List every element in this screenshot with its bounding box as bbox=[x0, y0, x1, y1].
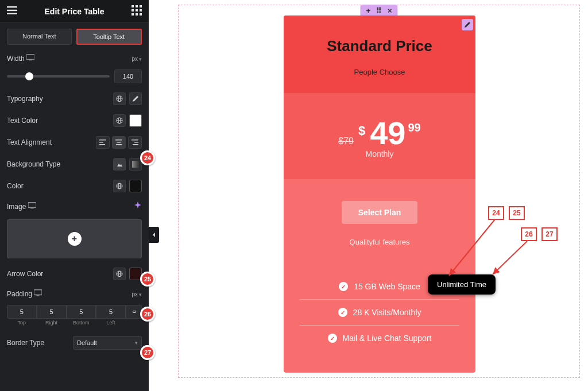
text-tabs: Normal Text Tooltip Text bbox=[0, 23, 149, 49]
svg-rect-28 bbox=[133, 144, 138, 145]
tooltip: Unlimited Time bbox=[428, 274, 496, 295]
border-type-select[interactable]: Default▾ bbox=[73, 336, 142, 350]
svg-rect-20 bbox=[99, 140, 106, 141]
border-type-value: Default bbox=[77, 339, 97, 346]
border-type-row: Border Type Default▾ bbox=[0, 331, 149, 354]
add-icon[interactable]: + bbox=[366, 7, 370, 14]
legend-25: 25 bbox=[509, 206, 525, 220]
legend-27: 27 bbox=[541, 227, 558, 241]
padding-label: Padding bbox=[7, 290, 32, 298]
legend-24: 24 bbox=[488, 206, 504, 220]
price-period: Monthly bbox=[365, 149, 393, 158]
sidebar-collapse-button[interactable] bbox=[149, 227, 159, 243]
align-center-button[interactable] bbox=[112, 136, 126, 149]
width-value-input[interactable] bbox=[114, 69, 142, 83]
align-left-button[interactable] bbox=[96, 136, 110, 149]
close-icon[interactable]: × bbox=[388, 7, 392, 14]
arrow-color-label: Arrow Color bbox=[7, 270, 43, 278]
padding-inputs: Top Right Bottom Left bbox=[0, 303, 149, 326]
width-row: Width px▾ bbox=[0, 49, 149, 67]
feature-item: ✓28 K Visits/Monthly bbox=[300, 300, 459, 326]
link-values-button[interactable] bbox=[126, 305, 142, 319]
globe-icon[interactable] bbox=[113, 114, 126, 127]
svg-rect-38 bbox=[34, 290, 42, 295]
hamburger-icon[interactable] bbox=[7, 5, 17, 17]
check-icon: ✓ bbox=[339, 282, 348, 291]
align-right-button[interactable] bbox=[128, 136, 142, 149]
responsive-icon[interactable] bbox=[28, 203, 36, 211]
sidebar-header: Edit Price Table bbox=[0, 0, 149, 23]
globe-icon[interactable] bbox=[113, 180, 126, 192]
tab-normal-text[interactable]: Normal Text bbox=[7, 29, 72, 45]
svg-rect-12 bbox=[26, 55, 34, 60]
drag-icon[interactable]: ⠿ bbox=[376, 7, 382, 14]
widget-toolbar[interactable]: + ⠿ × bbox=[360, 5, 397, 16]
callout-badge-27: 27 bbox=[140, 345, 155, 360]
svg-rect-3 bbox=[131, 5, 134, 7]
svg-rect-34 bbox=[30, 208, 33, 209]
price-body: $79 $ 49 99 Monthly bbox=[284, 93, 475, 179]
price-title: Standard Price bbox=[284, 37, 475, 55]
svg-rect-22 bbox=[99, 144, 105, 145]
price-subtitle: People Choose bbox=[284, 68, 475, 76]
price-amount: 49 bbox=[370, 114, 405, 152]
color-swatch[interactable] bbox=[129, 114, 142, 127]
edit-pencil-button[interactable] bbox=[462, 19, 473, 30]
price-card: Standard Price People Choose $79 $ 49 99… bbox=[284, 16, 475, 373]
padding-right-input[interactable] bbox=[37, 305, 67, 319]
editor-sidebar: Edit Price Table Normal Text Tooltip Tex… bbox=[0, 0, 149, 391]
padding-left-label: Left bbox=[107, 320, 115, 326]
pencil-icon[interactable] bbox=[129, 92, 142, 105]
width-label: Width bbox=[7, 55, 25, 63]
border-type-label: Border Type bbox=[7, 339, 44, 347]
callout-badge-24: 24 bbox=[140, 150, 155, 165]
color-swatch[interactable] bbox=[129, 180, 142, 192]
svg-rect-7 bbox=[136, 9, 138, 11]
text-align-label: Text Alignment bbox=[7, 138, 52, 146]
tab-tooltip-text[interactable]: Tooltip Text bbox=[76, 29, 142, 45]
select-plan-button[interactable]: Select Plan bbox=[342, 201, 417, 224]
chevron-down-icon: ▾ bbox=[139, 56, 142, 62]
bg-type-row: Background Type bbox=[0, 153, 149, 175]
svg-rect-13 bbox=[29, 60, 32, 61]
text-align-row: Text Alignment bbox=[0, 131, 149, 153]
preview-canvas: + ⠿ × Standard Price People Choose $79 $… bbox=[178, 5, 580, 378]
svg-rect-39 bbox=[37, 295, 40, 296]
chevron-down-icon: ▾ bbox=[139, 292, 142, 297]
width-slider-row bbox=[0, 67, 149, 88]
padding-row: Padding px▾ bbox=[0, 285, 149, 303]
responsive-icon[interactable] bbox=[26, 55, 34, 63]
svg-rect-29 bbox=[132, 161, 139, 168]
typography-row: Typography bbox=[0, 88, 149, 110]
price-cents: 99 bbox=[408, 121, 421, 134]
callout-badge-25: 25 bbox=[140, 272, 155, 287]
width-slider[interactable] bbox=[7, 75, 110, 78]
image-row: Image bbox=[0, 197, 149, 216]
bg-classic-button[interactable] bbox=[113, 158, 126, 171]
width-unit[interactable]: px bbox=[131, 56, 138, 62]
svg-rect-9 bbox=[131, 13, 134, 16]
typography-label: Typography bbox=[7, 95, 43, 103]
check-icon: ✓ bbox=[338, 308, 347, 317]
padding-unit[interactable]: px bbox=[131, 291, 138, 297]
arrow-color-row: Arrow Color bbox=[0, 263, 149, 285]
svg-rect-5 bbox=[140, 5, 142, 7]
padding-bottom-input[interactable] bbox=[67, 305, 96, 319]
apps-grid-icon[interactable] bbox=[131, 5, 142, 17]
svg-rect-26 bbox=[131, 140, 138, 141]
globe-icon[interactable] bbox=[113, 268, 126, 280]
bg-type-label: Background Type bbox=[7, 160, 60, 168]
svg-rect-1 bbox=[7, 10, 17, 11]
currency: $ bbox=[358, 123, 365, 138]
ai-sparkle-icon[interactable] bbox=[134, 202, 142, 211]
feature-item: ✓Mail & Live Chat Support bbox=[300, 326, 459, 351]
image-upload-well[interactable]: + bbox=[7, 219, 142, 258]
padding-top-input[interactable] bbox=[7, 305, 37, 319]
globe-icon[interactable] bbox=[113, 92, 126, 105]
color-label: Color bbox=[7, 182, 24, 190]
old-price: $79 bbox=[338, 136, 354, 146]
responsive-icon[interactable] bbox=[34, 290, 42, 298]
padding-left-input[interactable] bbox=[96, 305, 126, 319]
svg-rect-24 bbox=[117, 142, 121, 143]
svg-rect-6 bbox=[131, 9, 134, 11]
